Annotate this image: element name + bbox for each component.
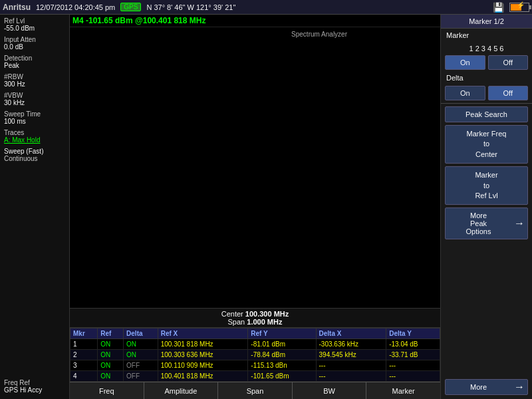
marker-ref-lvl-button[interactable]: MarkertoRef Lvl [445,166,528,205]
cell-deltax: -303.636 kHz [316,339,386,350]
battery-alert-icon: ⚡ [517,1,525,9]
rbw-label: #RBW [4,73,65,80]
nav-btn-span[interactable]: Span [218,382,293,399]
sweep-label: Sweep (Fast) [4,148,65,155]
center-value: 100.300 MHz [245,310,289,318]
cell-refy: -81.01 dBm [248,339,316,350]
datetime-label: 12/07/2012 04:20:45 pm [36,3,115,11]
more-button[interactable]: More → [445,379,528,395]
chart-container: M4 -101.65 dBm @100.401 818 MHz Spectrum… [70,15,440,399]
divider1 [441,103,532,104]
nav-btn-freq[interactable]: Freq [70,382,144,399]
right-panel: Marker 1/2 Marker 1 2 3 4 5 6 On Off Del… [440,15,532,399]
save-icon[interactable]: 💾 [493,2,504,13]
col-deltay: Delta Y [386,329,440,339]
sweep-time-value: 100 ms [4,118,65,125]
cell-mkr: 3 [70,360,98,371]
data-table: Mkr Ref Delta Ref X Ref Y Delta X Delta … [70,327,440,382]
marker-numbers-row[interactable]: 1 2 3 4 5 6 [441,42,532,54]
cell-refy: -101.65 dBm [248,371,316,382]
vbw-value: 30 kHz [4,99,65,106]
center-label: Center [221,310,243,318]
table-header-row: Mkr Ref Delta Ref X Ref Y Delta X Delta … [70,329,440,339]
sweep-value: Continuous [4,155,65,162]
cell-delta: ON [124,339,158,350]
coords-label: N 37° 8' 46" W 121° 39' 21" [146,3,487,11]
detection-value: Peak [4,62,65,69]
col-refx: Ref X [158,329,248,339]
spectrum-chart [70,27,440,308]
on-button[interactable]: On [445,55,485,70]
delta-label: Delta [446,74,464,82]
delta-on-button[interactable]: On [445,86,485,100]
delta-off-button[interactable]: Off [488,86,529,100]
cell-refx: 100.401 818 MHz [158,371,248,382]
more-peak-options-button[interactable]: MorePeakOptions → [445,207,528,239]
main-area: Ref Lvl -55.0 dBm Input Atten 0.0 dB Det… [0,15,532,399]
cell-mkr: 2 [70,350,98,360]
ref-lvl-section: Ref Lvl -55.0 dBm [4,17,65,35]
more-peak-options-label: MorePeakOptions [446,208,511,239]
nav-btn-amplitude[interactable]: Amplitude [144,382,219,399]
col-mkr: Mkr [70,329,98,339]
delta-on-off-row: On Off [441,84,532,102]
nav-btn-marker[interactable]: Marker [366,382,440,399]
gps-status: GPS [120,3,141,11]
on-off-row: On Off [441,54,532,71]
cell-mkr: 1 [70,339,98,350]
detection-section: Detection Peak [4,55,65,72]
cell-deltay: --- [386,371,440,382]
vbw-section: #VBW 30 kHz [4,92,65,109]
table-row: 1 ON ON 100.301 818 MHz -81.01 dBm -303.… [70,339,440,350]
ref-lvl-value: -55.0 dBm [4,25,65,32]
span-value: 1.000 MHz [247,318,282,326]
table-row: 4 ON OFF 100.401 818 MHz -101.65 dBm ---… [70,371,440,382]
delta-label-row: Delta [441,71,532,84]
traces-label: Traces [4,129,65,136]
marker-numbers[interactable]: 1 2 3 4 5 6 [469,45,504,53]
peak-search-button[interactable]: Peak Search [445,106,528,122]
cell-ref: ON [98,360,124,371]
cell-deltay: -13.04 dB [386,339,440,350]
battery-indicator: ⚡ [509,3,529,12]
cell-delta: OFF [124,360,158,371]
span-line: Span 1.000 MHz [70,318,440,326]
vbw-label: #VBW [4,92,65,99]
cell-mkr: 4 [70,371,98,382]
marker-label: Marker [446,31,469,39]
table-row: 2 ON ON 100.303 636 MHz -78.84 dBm 394.5… [70,350,440,360]
cell-refx: 100.303 636 MHz [158,350,248,360]
brand-label: Anritsu [3,3,31,12]
more-label: More [446,380,511,394]
cell-delta: ON [124,350,158,360]
top-bar: Anritsu 12/07/2012 04:20:45 pm GPS N 37°… [0,0,532,15]
spectrum-canvas [70,27,440,308]
bottom-nav: FreqAmplitudeSpanBWMarker [70,382,440,399]
off-button[interactable]: Off [488,55,529,70]
cell-deltay: -33.71 dB [386,350,440,360]
ref-lvl-label: Ref Lvl [4,17,65,25]
input-atten-value: 0.0 dB [4,43,65,51]
col-refy: Ref Y [248,329,316,339]
cell-ref: ON [98,371,124,382]
table-body: 1 ON ON 100.301 818 MHz -81.01 dBm -303.… [70,339,440,382]
input-atten-label: Input Atten [4,36,65,43]
nav-btn-bw[interactable]: BW [293,382,367,399]
cell-ref: ON [98,350,124,360]
cell-refy: -115.13 dBn [248,360,316,371]
marker-label-row: Marker [441,29,532,42]
table-row: 3 ON OFF 100.110 909 MHz -115.13 dBn ---… [70,360,440,371]
right-panel-spacer [441,241,532,378]
more-arrow-icon: → [511,381,527,393]
cell-refx: 100.301 818 MHz [158,339,248,350]
rbw-value: 300 Hz [4,80,65,88]
rbw-section: #RBW 300 Hz [4,73,65,90]
marker-table: Mkr Ref Delta Ref X Ref Y Delta X Delta … [70,328,440,382]
marker-info: M4 -101.65 dBm @100.401 818 MHz [70,15,440,27]
detection-label: Detection [4,55,65,62]
cell-ref: ON [98,339,124,350]
sweep-section: Sweep (Fast) Continuous [4,148,65,162]
spectrum-analyzer-label: Spectrum Analyzer [291,31,347,38]
sweep-time-label: Sweep Time [4,110,65,118]
marker-freq-center-button[interactable]: Marker FreqtoCenter [445,125,528,164]
